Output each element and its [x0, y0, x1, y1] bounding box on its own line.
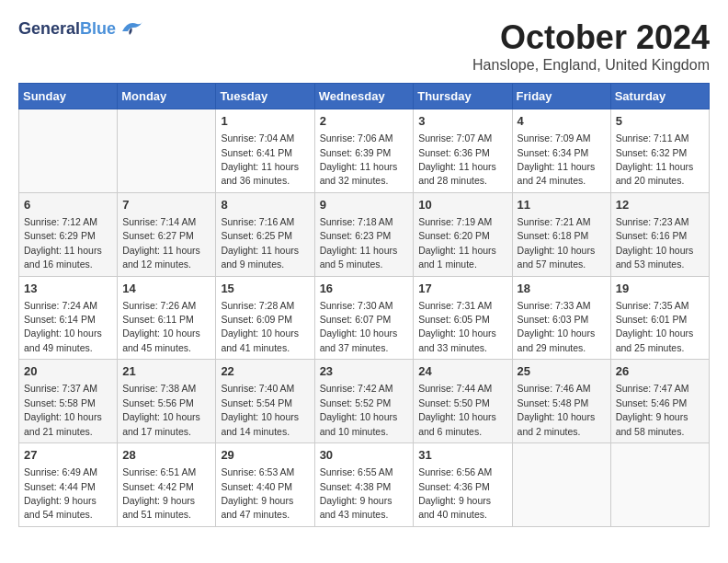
day-cell: 29Sunrise: 6:53 AM Sunset: 4:40 PM Dayli… — [216, 443, 314, 527]
week-row-5: 27Sunrise: 6:49 AM Sunset: 4:44 PM Dayli… — [19, 443, 710, 527]
week-row-4: 20Sunrise: 7:37 AM Sunset: 5:58 PM Dayli… — [19, 360, 710, 443]
day-number: 12 — [616, 197, 704, 213]
day-cell: 26Sunrise: 7:47 AM Sunset: 5:46 PM Dayli… — [610, 360, 709, 443]
day-cell: 24Sunrise: 7:44 AM Sunset: 5:50 PM Dayli… — [414, 360, 512, 443]
day-cell — [118, 109, 216, 193]
day-cell: 5Sunrise: 7:11 AM Sunset: 6:32 PM Daylig… — [610, 109, 709, 193]
day-info: Sunrise: 7:19 AM Sunset: 6:20 PM Dayligh… — [418, 216, 496, 270]
col-header-saturday: Saturday — [610, 84, 709, 109]
day-cell: 1Sunrise: 7:04 AM Sunset: 6:41 PM Daylig… — [216, 109, 314, 193]
day-info: Sunrise: 7:24 AM Sunset: 6:14 PM Dayligh… — [24, 300, 102, 353]
day-number: 2 — [320, 113, 409, 130]
day-info: Sunrise: 7:40 AM Sunset: 5:54 PM Dayligh… — [221, 383, 299, 436]
col-header-sunday: Sunday — [19, 84, 118, 109]
day-number: 29 — [221, 447, 309, 464]
day-info: Sunrise: 7:11 AM Sunset: 6:32 PM Dayligh… — [616, 132, 694, 186]
logo-general: General — [18, 19, 80, 38]
day-cell — [512, 443, 610, 527]
day-cell: 21Sunrise: 7:38 AM Sunset: 5:56 PM Dayli… — [118, 360, 216, 443]
day-info: Sunrise: 7:30 AM Sunset: 6:07 PM Dayligh… — [320, 300, 398, 353]
day-cell: 9Sunrise: 7:18 AM Sunset: 6:23 PM Daylig… — [314, 192, 414, 276]
col-header-monday: Monday — [118, 84, 216, 109]
day-number: 25 — [518, 363, 606, 380]
week-row-1: 1Sunrise: 7:04 AM Sunset: 6:41 PM Daylig… — [19, 109, 710, 193]
day-cell: 12Sunrise: 7:23 AM Sunset: 6:16 PM Dayli… — [610, 192, 709, 276]
day-cell: 28Sunrise: 6:51 AM Sunset: 4:42 PM Dayli… — [118, 443, 216, 527]
week-row-2: 6Sunrise: 7:12 AM Sunset: 6:29 PM Daylig… — [19, 192, 710, 276]
day-info: Sunrise: 6:49 AM Sunset: 4:44 PM Dayligh… — [24, 466, 97, 520]
day-number: 10 — [418, 197, 506, 213]
day-info: Sunrise: 7:42 AM Sunset: 5:52 PM Dayligh… — [320, 383, 398, 436]
day-number: 22 — [221, 363, 309, 380]
day-number: 31 — [418, 447, 506, 464]
day-info: Sunrise: 7:06 AM Sunset: 6:39 PM Dayligh… — [320, 132, 398, 186]
day-info: Sunrise: 7:04 AM Sunset: 6:41 PM Dayligh… — [221, 132, 299, 186]
day-number: 13 — [24, 281, 112, 297]
day-number: 15 — [221, 281, 309, 297]
day-cell: 15Sunrise: 7:28 AM Sunset: 6:09 PM Dayli… — [216, 276, 314, 360]
day-number: 7 — [122, 197, 210, 213]
day-cell: 7Sunrise: 7:14 AM Sunset: 6:27 PM Daylig… — [118, 192, 216, 276]
day-cell: 14Sunrise: 7:26 AM Sunset: 6:11 PM Dayli… — [118, 276, 216, 360]
header-row: SundayMondayTuesdayWednesdayThursdayFrid… — [19, 84, 710, 109]
col-header-thursday: Thursday — [414, 84, 512, 109]
day-cell — [610, 443, 709, 527]
day-number: 28 — [122, 447, 210, 464]
logo-blue: Blue — [80, 19, 116, 38]
day-cell: 6Sunrise: 7:12 AM Sunset: 6:29 PM Daylig… — [19, 192, 118, 276]
day-number: 26 — [616, 363, 704, 380]
day-info: Sunrise: 7:26 AM Sunset: 6:11 PM Dayligh… — [122, 300, 200, 353]
day-info: Sunrise: 7:12 AM Sunset: 6:29 PM Dayligh… — [24, 216, 102, 270]
day-number: 17 — [418, 281, 506, 297]
day-cell: 23Sunrise: 7:42 AM Sunset: 5:52 PM Dayli… — [314, 360, 414, 443]
day-number: 24 — [418, 363, 506, 380]
day-info: Sunrise: 6:55 AM Sunset: 4:38 PM Dayligh… — [320, 466, 393, 520]
day-cell: 16Sunrise: 7:30 AM Sunset: 6:07 PM Dayli… — [314, 276, 414, 360]
day-info: Sunrise: 7:21 AM Sunset: 6:18 PM Dayligh… — [518, 216, 596, 270]
calendar-table: SundayMondayTuesdayWednesdayThursdayFrid… — [18, 83, 710, 527]
day-info: Sunrise: 7:31 AM Sunset: 6:05 PM Dayligh… — [418, 300, 496, 353]
day-number: 9 — [320, 197, 409, 213]
logo: GeneralBlue — [18, 18, 144, 39]
week-row-3: 13Sunrise: 7:24 AM Sunset: 6:14 PM Dayli… — [19, 276, 710, 360]
day-number: 18 — [518, 281, 606, 297]
day-cell: 8Sunrise: 7:16 AM Sunset: 6:25 PM Daylig… — [216, 192, 314, 276]
day-number: 23 — [320, 363, 409, 380]
day-number: 16 — [320, 281, 409, 297]
day-cell: 22Sunrise: 7:40 AM Sunset: 5:54 PM Dayli… — [216, 360, 314, 443]
day-info: Sunrise: 6:53 AM Sunset: 4:40 PM Dayligh… — [221, 466, 294, 520]
day-cell — [19, 109, 118, 193]
day-cell: 10Sunrise: 7:19 AM Sunset: 6:20 PM Dayli… — [414, 192, 512, 276]
header: GeneralBlue October 2024 Hanslope, Engla… — [18, 18, 710, 74]
day-number: 4 — [518, 113, 606, 130]
location-title: Hanslope, England, United Kingdom — [472, 57, 710, 74]
col-header-tuesday: Tuesday — [216, 84, 314, 109]
day-info: Sunrise: 7:28 AM Sunset: 6:09 PM Dayligh… — [221, 300, 299, 353]
day-number: 20 — [24, 363, 112, 380]
day-cell: 30Sunrise: 6:55 AM Sunset: 4:38 PM Dayli… — [314, 443, 414, 527]
day-cell: 11Sunrise: 7:21 AM Sunset: 6:18 PM Dayli… — [512, 192, 610, 276]
day-cell: 17Sunrise: 7:31 AM Sunset: 6:05 PM Dayli… — [414, 276, 512, 360]
month-title: October 2024 — [472, 18, 710, 57]
day-number: 14 — [122, 281, 210, 297]
day-info: Sunrise: 6:56 AM Sunset: 4:36 PM Dayligh… — [418, 466, 492, 520]
day-cell: 27Sunrise: 6:49 AM Sunset: 4:44 PM Dayli… — [19, 443, 118, 527]
day-number: 3 — [418, 113, 506, 130]
day-info: Sunrise: 7:35 AM Sunset: 6:01 PM Dayligh… — [616, 300, 694, 353]
day-info: Sunrise: 7:47 AM Sunset: 5:46 PM Dayligh… — [616, 383, 689, 436]
day-number: 27 — [24, 447, 112, 464]
day-info: Sunrise: 7:14 AM Sunset: 6:27 PM Dayligh… — [122, 216, 200, 270]
title-area: October 2024 Hanslope, England, United K… — [472, 18, 710, 74]
day-number: 8 — [221, 197, 309, 213]
day-number: 30 — [320, 447, 409, 464]
day-info: Sunrise: 7:33 AM Sunset: 6:03 PM Dayligh… — [518, 300, 596, 353]
logo-bird-icon — [119, 18, 144, 39]
day-cell: 3Sunrise: 7:07 AM Sunset: 6:36 PM Daylig… — [414, 109, 512, 193]
day-number: 11 — [518, 197, 606, 213]
day-info: Sunrise: 7:07 AM Sunset: 6:36 PM Dayligh… — [418, 132, 496, 186]
day-cell: 2Sunrise: 7:06 AM Sunset: 6:39 PM Daylig… — [314, 109, 414, 193]
day-info: Sunrise: 7:46 AM Sunset: 5:48 PM Dayligh… — [518, 383, 596, 436]
day-cell: 20Sunrise: 7:37 AM Sunset: 5:58 PM Dayli… — [19, 360, 118, 443]
day-number: 19 — [616, 281, 704, 297]
day-info: Sunrise: 7:18 AM Sunset: 6:23 PM Dayligh… — [320, 216, 398, 270]
